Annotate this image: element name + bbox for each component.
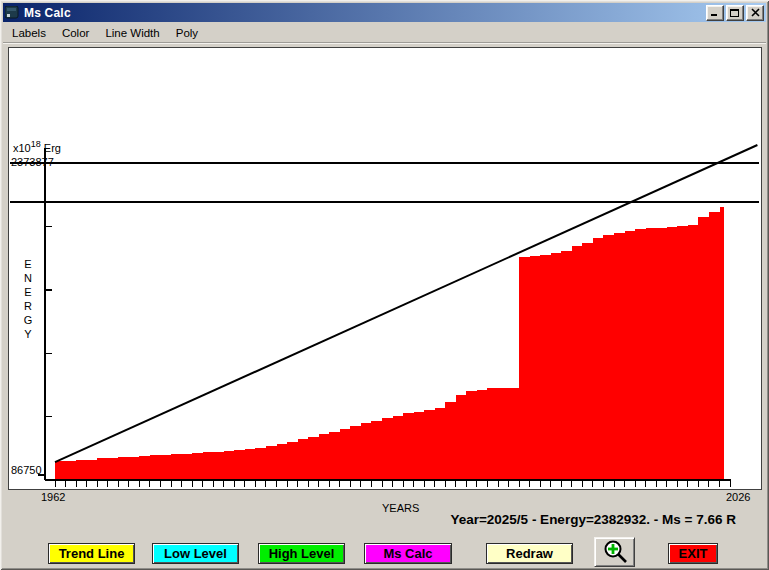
minimize-icon: [710, 8, 720, 17]
window-title: Ms Calc: [24, 6, 704, 20]
exit-button[interactable]: EXIT: [668, 543, 718, 564]
app-icon: [5, 6, 19, 19]
menu-bar: Labels Color Line Width Poly: [3, 23, 766, 43]
trend-line-button[interactable]: Trend Line: [48, 543, 135, 564]
menu-item-color[interactable]: Color: [54, 25, 97, 41]
title-bar[interactable]: Ms Calc: [3, 3, 766, 22]
zoom-button[interactable]: [594, 537, 635, 567]
close-button[interactable]: [746, 5, 764, 21]
menu-item-line-width[interactable]: Line Width: [97, 25, 167, 41]
menu-item-labels[interactable]: Labels: [4, 25, 54, 41]
x-axis-title: YEARS: [382, 502, 419, 514]
minimize-button[interactable]: [706, 5, 724, 21]
energy-area-series: [55, 203, 724, 480]
status-readout: Year=2025/5 - Energy=2382932. - Ms = 7.6…: [450, 512, 736, 527]
maximize-icon: [730, 8, 740, 17]
x-axis-min-label: 1962: [41, 491, 65, 503]
chart-panel: x1018 Erg 2373877 ENERGY 86750: [8, 47, 762, 490]
close-icon: [751, 8, 760, 17]
ms-calc-button[interactable]: Ms Calc: [364, 543, 452, 564]
low-level-button[interactable]: Low Level: [152, 543, 239, 564]
redraw-button[interactable]: Redraw: [486, 543, 573, 564]
energy-chart-canvas[interactable]: [9, 48, 761, 489]
high-level-button[interactable]: High Level: [258, 543, 345, 564]
menu-item-poly[interactable]: Poly: [168, 25, 206, 41]
magnifier-plus-icon: [601, 539, 629, 565]
app-window: Ms Calc Labels Color Line Width Poly x10…: [0, 0, 769, 570]
maximize-button[interactable]: [726, 5, 744, 21]
x-axis-max-label: 2026: [726, 491, 750, 503]
